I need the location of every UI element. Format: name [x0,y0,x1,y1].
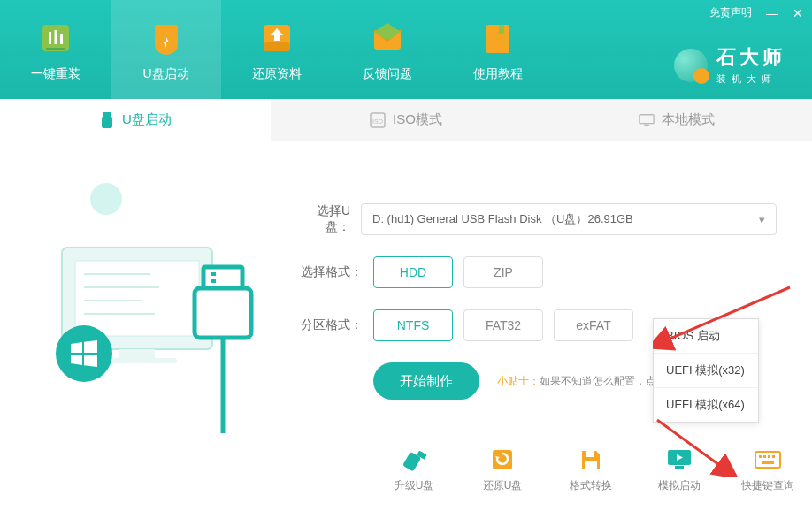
bottom-toolbar: 升级U盘 还原U盘 格式转换 模拟启动 快捷键查询 [379,446,803,493]
tool-label: 升级U盘 [395,478,434,493]
option-ntfs[interactable]: NTFS [373,309,453,341]
menu-uefi-x64[interactable]: UEFI 模拟(x64) [654,388,758,422]
start-button[interactable]: 开始制作 [373,362,479,400]
nav-restore[interactable]: 还原资料 [221,0,332,99]
restore-icon [489,446,516,473]
svg-rect-1 [49,32,51,44]
close-button[interactable]: ✕ [793,6,803,20]
option-zip[interactable]: ZIP [463,256,543,288]
format-label: 选择格式： [292,264,363,280]
upload-box-icon [256,17,298,59]
svg-rect-39 [759,455,762,458]
usb-drive-icon [401,446,427,473]
tab-usb-boot[interactable]: U盘启动 [0,99,271,141]
main-content: 选择U盘： D: (hd1) General USB Flash Disk （U… [0,141,812,511]
svg-rect-24 [119,349,155,358]
nav-reinstall[interactable]: 一键重装 [0,0,111,99]
svg-rect-29 [211,279,216,283]
app-header: 一键重装 U盘启动 还原资料 反馈问题 使用教程 石大师 装机大师 免责声明 — [0,0,812,99]
minimize-button[interactable]: — [766,6,778,20]
shield-icon [145,17,188,59]
svg-rect-5 [155,25,178,34]
mode-tabs: U盘启动 ISO ISO模式 本地模式 [0,99,812,141]
svg-rect-10 [499,25,504,34]
svg-rect-38 [755,452,780,468]
tab-local[interactable]: 本地模式 [541,99,812,141]
svg-rect-15 [640,114,654,123]
svg-point-17 [90,183,122,215]
nav-label: 反馈问题 [363,66,412,82]
svg-rect-34 [586,451,594,457]
svg-rect-30 [195,288,251,338]
keyboard-icon [755,446,781,473]
menu-bios-boot[interactable]: BIOS 启动 [654,319,758,354]
row-format: 选择格式： HDD ZIP [292,256,777,288]
tab-label: ISO模式 [393,111,442,128]
tool-hotkey-query[interactable]: 快捷键查询 [732,446,803,493]
monitor-play-icon [666,446,693,473]
nav-label: 一键重装 [31,66,80,82]
brand-title: 石大师 [716,44,785,71]
svg-rect-9 [486,25,509,53]
svg-rect-43 [762,461,774,464]
iso-icon: ISO [370,112,386,128]
nav-label: 还原资料 [252,66,302,82]
partition-label: 分区格式： [292,317,363,333]
svg-rect-11 [103,112,111,117]
menu-uefi-x32[interactable]: UEFI 模拟(x32) [654,354,758,388]
brand-logo-icon [674,49,708,82]
tip-label: 小贴士： [497,375,540,387]
svg-rect-35 [585,461,597,469]
svg-rect-3 [60,34,63,44]
svg-rect-27 [203,267,242,288]
option-exfat[interactable]: exFAT [554,309,633,341]
window-controls: 免责声明 — ✕ [709,5,803,20]
tool-simulate-boot[interactable]: 模拟启动 [644,446,715,493]
nav-label: U盘启动 [142,66,188,82]
svg-rect-7 [264,42,290,51]
chevron-down-icon: ▾ [759,213,765,226]
svg-rect-42 [772,455,775,458]
save-icon [578,446,604,473]
usb-icon [99,112,115,128]
usb-select-value: D: (hd1) General USB Flash Disk （U盘）26.9… [372,211,633,227]
option-fat32[interactable]: FAT32 [463,309,543,341]
svg-text:ISO: ISO [372,118,384,125]
svg-rect-2 [54,30,57,44]
svg-rect-37 [675,466,684,469]
tool-format-convert[interactable]: 格式转换 [555,446,626,493]
simulate-boot-menu: BIOS 启动 UEFI 模拟(x32) UEFI 模拟(x64) [653,318,759,423]
tool-restore-usb[interactable]: 还原U盘 [467,446,538,493]
tab-iso[interactable]: ISO ISO模式 [271,99,541,141]
tab-label: U盘启动 [122,111,172,128]
svg-rect-41 [768,455,770,458]
book-icon [477,17,519,59]
nav-tutorial[interactable]: 使用教程 [442,0,553,99]
tab-label: 本地模式 [662,111,715,128]
usb-select[interactable]: D: (hd1) General USB Flash Disk （U盘）26.9… [361,203,777,235]
nav-label: 使用教程 [473,66,523,82]
tool-label: 格式转换 [570,478,612,493]
row-select-usb: 选择U盘： D: (hd1) General USB Flash Disk （U… [292,203,777,235]
select-usb-label: 选择U盘： [292,203,350,235]
monitor-icon [639,112,655,128]
usb-illustration [35,168,265,416]
svg-rect-4 [46,48,65,50]
tool-label: 还原U盘 [483,478,523,493]
tool-upgrade-usb[interactable]: 升级U盘 [379,446,449,493]
tool-label: 快捷键查询 [741,478,794,493]
mail-icon [366,17,409,59]
brand: 石大师 装机大师 [674,44,785,86]
svg-rect-12 [102,117,112,128]
nav-usb-boot[interactable]: U盘启动 [111,0,221,99]
option-hdd[interactable]: HDD [373,256,453,288]
svg-rect-28 [211,272,216,276]
svg-rect-16 [644,124,648,126]
svg-rect-40 [763,455,766,458]
disclaimer-link[interactable]: 免责声明 [709,5,752,20]
bars-icon [34,17,77,59]
nav-feedback[interactable]: 反馈问题 [332,0,442,99]
brand-subtitle: 装机大师 [716,72,785,86]
tool-label: 模拟启动 [658,478,701,493]
svg-point-26 [56,325,112,382]
